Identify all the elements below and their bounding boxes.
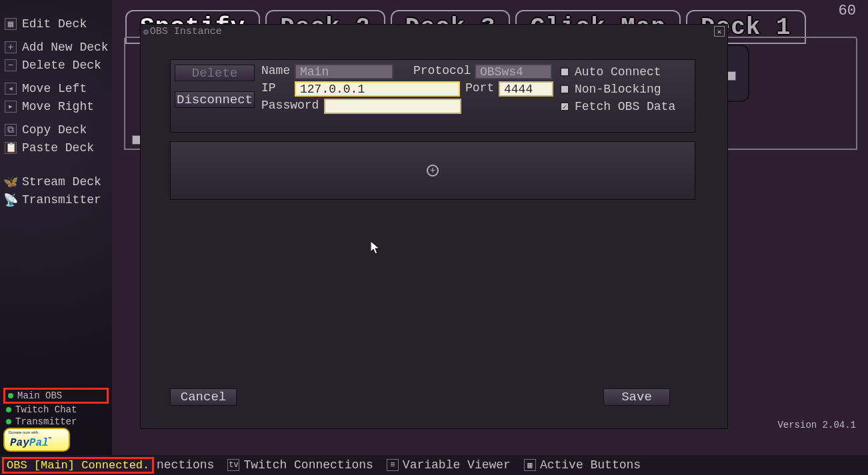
checkbox-icon: ✓ [560,102,569,111]
arrow-left-icon: ◂ [5,83,17,95]
ip-label: IP [261,81,276,95]
checkbox-icon [560,85,569,94]
paypal-donate-text: Donate now with. [9,430,39,434]
gear-icon: ⚙ [143,27,149,37]
sidebar-transmitter[interactable]: 📡Transmitter [0,191,112,209]
plus-icon: + [5,41,17,53]
bottom-tab-label: nections [157,458,214,472]
port-field[interactable] [499,81,553,97]
delete-button[interactable]: Delete [175,65,255,81]
sidebar-edit-deck[interactable]: ▦Edit Deck [0,15,112,33]
bottom-tab-connections[interactable]: nections [150,455,221,475]
connection-label: Main OBS [17,390,62,401]
sidebar-add-deck[interactable]: +Add New Deck [0,38,112,56]
connection-label: Twitch Chat [15,404,77,415]
fetch-obs-data-checkbox[interactable]: ✓Fetch OBS Data [560,100,675,113]
sidebar-copy-deck[interactable]: ⧉Copy Deck [0,121,112,139]
checkbox-icon [560,67,569,77]
paypal-tm: ™ [49,436,51,442]
sidebar-move-left[interactable]: ◂Move Left [0,79,112,97]
sidebar-item-label: Stream Deck [22,175,101,189]
protocol-field[interactable] [475,64,552,79]
close-icon: ✕ [717,27,722,36]
sidebar-item-label: Edit Deck [22,17,87,31]
connection-twitch-chat[interactable]: Twitch Chat [3,404,109,416]
obs-instance-dialog: ⚙OBS Instance ✕ Delete Disconnect Name P… [140,24,728,429]
bottom-tab-variable-viewer[interactable]: ≡Variable Viewer [380,455,517,475]
port-label: Port [465,81,494,95]
auto-connect-checkbox[interactable]: Auto Connect [560,65,661,79]
sidebar-item-label: Add New Deck [22,41,109,54]
non-blocking-checkbox[interactable]: Non-Blocking [560,83,661,96]
add-instance-panel: + [170,141,695,200]
version-label: Version 2.04.1 [777,420,856,430]
bottom-tab-twitch[interactable]: tvTwitch Connections [221,455,379,475]
bottom-tab-label: Variable Viewer [403,458,511,472]
checkbox-label: Auto Connect [575,65,661,79]
sidebar-item-label: Move Left [22,82,87,95]
copy-icon: ⧉ [5,124,17,136]
dialog-title-text: OBS Instance [150,26,222,37]
sidebar-item-label: Copy Deck [22,123,87,137]
arrow-right-icon: ▸ [5,101,17,113]
fps-counter: 60 [839,3,856,19]
sidebar-delete-deck[interactable]: −Delete Deck [0,56,112,74]
dialog-title: ⚙OBS Instance [143,26,222,37]
name-field[interactable] [295,64,393,79]
status-message: OBS [Main] Connected. [2,457,154,474]
name-label: Name [261,64,290,77]
checkbox-label: Non-Blocking [575,83,661,96]
protocol-label: Protocol [413,64,471,77]
sidebar: ▦Edit Deck +Add New Deck −Delete Deck ◂M… [0,0,112,475]
twitch-icon: tv [227,459,239,471]
save-button[interactable]: Save [603,388,670,406]
sidebar-item-label: Paste Deck [22,141,94,155]
password-field[interactable] [324,99,461,114]
bottom-tab-label: Active Buttons [540,458,641,472]
butterfly-icon: 🦋 [5,176,17,188]
instance-settings-panel: Delete Disconnect Name Protocol IP Port … [170,59,695,133]
svg-marker-0 [371,241,379,254]
grid-icon: ▦ [5,18,17,30]
variable-icon: ≡ [387,459,399,471]
sidebar-move-right[interactable]: ▸Move Right [0,97,112,115]
sidebar-item-label: Move Right [22,100,94,113]
sidebar-connections: Main OBS Twitch Chat Transmitter Donate … [3,388,109,452]
disconnect-button[interactable]: Disconnect [175,91,255,108]
status-dot-icon [6,407,11,412]
sidebar-stream-deck[interactable]: 🦋Stream Deck [0,173,112,191]
checkbox-label: Fetch OBS Data [575,100,675,113]
bottom-tab-active-buttons[interactable]: ▦Active Buttons [517,455,647,475]
cancel-button[interactable]: Cancel [170,388,237,406]
connection-label: Transmitter [15,416,77,427]
mouse-cursor-icon [371,241,380,254]
paste-icon: 📋 [5,142,17,154]
bottom-tab-label: Twitch Connections [243,458,373,472]
sidebar-item-label: Transmitter [22,193,101,207]
status-dot-icon [6,419,11,424]
ip-field[interactable] [295,81,460,97]
minus-icon: − [5,59,17,71]
connection-main-obs[interactable]: Main OBS [3,388,109,404]
status-dot-icon [8,393,13,398]
paypal-donate-button[interactable]: Donate now with. PayPal™ [3,428,70,452]
close-button[interactable]: ✕ [714,26,725,37]
grid-icon: ▦ [524,459,536,471]
plus-icon: + [430,165,435,176]
add-instance-button[interactable]: + [427,165,439,177]
password-label: Password [261,99,319,112]
paypal-pay: Pay [10,437,29,449]
transmitter-icon: 📡 [5,194,17,206]
connection-transmitter[interactable]: Transmitter [3,416,109,428]
sidebar-paste-deck[interactable]: 📋Paste Deck [0,139,112,157]
sidebar-item-label: Delete Deck [22,59,101,72]
paypal-pal: Pal [29,437,49,449]
